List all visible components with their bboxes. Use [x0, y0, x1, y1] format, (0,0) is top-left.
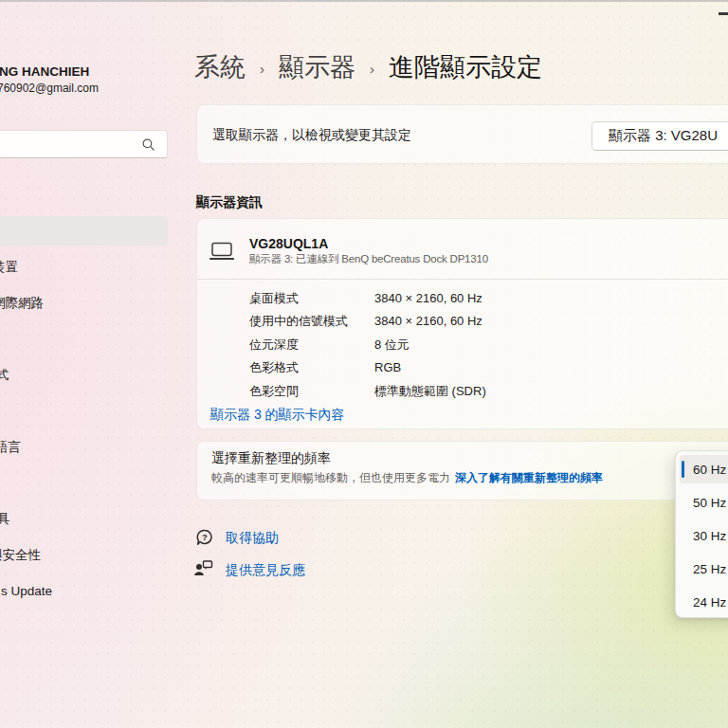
- sidebar-item-system-selected[interactable]: [0, 216, 168, 246]
- info-value: 8 位元: [374, 336, 410, 355]
- window-top-edge: [0, 0, 728, 2]
- info-value: 3840 × 2160, 60 Hz: [374, 312, 482, 331]
- breadcrumb-display[interactable]: 顯示器: [279, 50, 355, 84]
- learn-more-link[interactable]: 深入了解有關重新整理的頻率: [455, 471, 603, 484]
- get-help-icon: ?: [196, 529, 213, 546]
- select-display-label: 選取顯示器，以檢視或變更其設定: [212, 105, 411, 165]
- feedback-icon: [193, 559, 213, 577]
- search-input[interactable]: [0, 130, 168, 158]
- refresh-rate-title: 選擇重新整理的頻率: [211, 450, 331, 467]
- info-label: 桌面模式: [249, 291, 299, 305]
- info-label: 使用中的信號模式: [249, 314, 348, 328]
- display-info-section-title: 顯示器資訊: [196, 194, 263, 211]
- menu-item-label: 60 Hz: [693, 463, 726, 477]
- refresh-rate-card: 選擇重新整理的頻率 較高的速率可更順暢地移動，但也使用更多電力深入了解有關重新整…: [196, 441, 728, 500]
- settings-window: NG HANCHIEH 760902@gmail.com 裝置 網際網路 式 語…: [0, 0, 728, 728]
- info-label: 色彩空間: [249, 384, 299, 398]
- refresh-rate-description-text: 較高的速率可更順暢地移動，但也使用更多電力: [211, 471, 450, 484]
- info-row-desktop-mode: 桌面模式 3840 × 2160, 60 Hz: [249, 289, 299, 308]
- menu-item-50hz[interactable]: 50 Hz: [680, 488, 728, 517]
- refresh-rate-description: 較高的速率可更順暢地移動，但也使用更多電力深入了解有關重新整理的頻率: [211, 470, 603, 486]
- info-label: 色彩格式: [249, 360, 299, 374]
- send-feedback-link[interactable]: 提供意見反應: [226, 561, 305, 578]
- breadcrumb-system[interactable]: 系統: [194, 50, 246, 84]
- info-row-color-space: 色彩空間 標準動態範圍 (SDR): [249, 382, 299, 401]
- info-row-signal-mode: 使用中的信號模式 3840 × 2160, 60 Hz: [249, 312, 348, 331]
- monitor-icon: [209, 241, 234, 262]
- chevron-right-icon: ›: [370, 59, 374, 77]
- info-value: RGB: [374, 358, 401, 377]
- refresh-rate-menu: 60 Hz 50 Hz 30 Hz 25 Hz 24 Hz: [675, 450, 728, 618]
- menu-item-label: 30 Hz: [693, 529, 726, 543]
- minimize-icon[interactable]: [719, 12, 728, 15]
- display-selector-dropdown[interactable]: 顯示器 3: VG28U: [592, 121, 728, 151]
- menu-item-24hz[interactable]: 24 Hz: [680, 588, 728, 616]
- sidebar-item-accessibility[interactable]: 具: [0, 510, 10, 529]
- search-icon: [142, 138, 155, 151]
- menu-item-60hz[interactable]: 60 Hz: [680, 455, 728, 483]
- menu-item-label: 50 Hz: [693, 496, 726, 510]
- menu-item-30hz[interactable]: 30 Hz: [680, 521, 728, 550]
- menu-item-25hz[interactable]: 25 Hz: [680, 555, 728, 583]
- menu-item-label: 24 Hz: [693, 595, 726, 610]
- account-email: 760902@gmail.com: [0, 82, 99, 95]
- sidebar-item-apps[interactable]: 式: [0, 366, 9, 385]
- display-adapter-properties-link[interactable]: 顯示器 3 的顯示卡內容: [210, 405, 345, 424]
- info-row-bit-depth: 位元深度 8 位元: [249, 336, 299, 355]
- selected-indicator: [682, 461, 685, 478]
- card-divider: [197, 279, 728, 280]
- sidebar-item-time-language[interactable]: 語言: [0, 438, 21, 457]
- breadcrumb-current-page: 進階顯示設定: [389, 50, 542, 84]
- info-row-color-format: 色彩格式 RGB: [249, 358, 299, 377]
- select-display-card: 選取顯示器，以檢視或變更其設定 顯示器 3: VG28U: [196, 104, 728, 164]
- display-model-name: VG28UQL1A: [249, 236, 328, 251]
- menu-item-label: 25 Hz: [693, 562, 726, 576]
- info-label: 位元深度: [249, 337, 299, 352]
- get-help-link[interactable]: 取得協助: [226, 529, 279, 546]
- info-value: 3840 × 2160, 60 Hz: [374, 289, 482, 308]
- sidebar-item-bluetooth-devices[interactable]: 裝置: [0, 258, 18, 277]
- account-name: NG HANCHIEH: [0, 64, 89, 79]
- info-value: 標準動態範圍 (SDR): [374, 382, 486, 401]
- sidebar-item-windows-update[interactable]: s Update: [1, 582, 52, 601]
- svg-text:?: ?: [202, 532, 208, 542]
- display-connection-status: 顯示器 3: 已連線到 BenQ beCreatus Dock DP1310: [249, 252, 488, 266]
- chevron-right-icon: ›: [260, 59, 264, 77]
- sidebar-item-network-internet[interactable]: 網際網路: [0, 294, 44, 313]
- breadcrumb: 系統 › 顯示器 › 進階顯示設定: [194, 52, 542, 82]
- sidebar-item-privacy-security[interactable]: 與安全性: [0, 546, 41, 565]
